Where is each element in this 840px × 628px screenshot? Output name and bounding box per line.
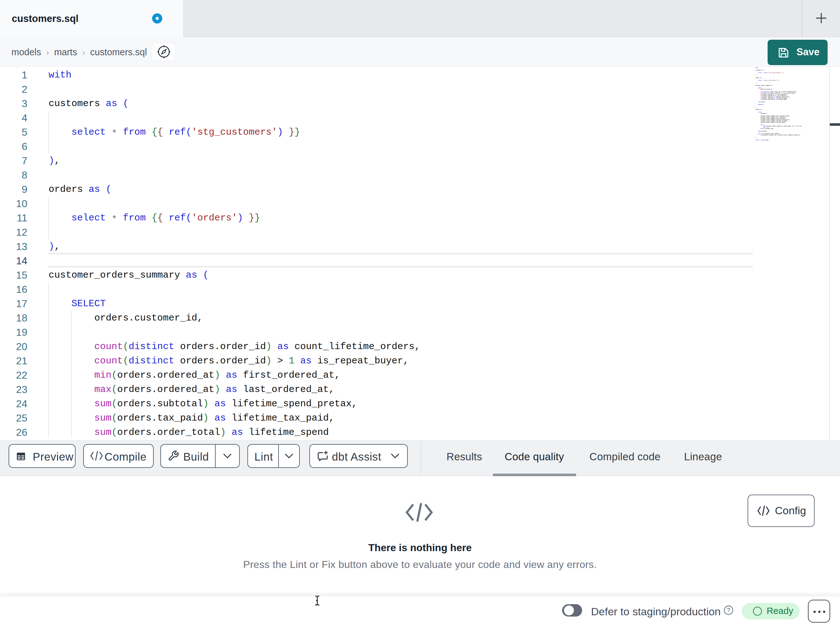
svg-text:?: ?	[727, 607, 730, 614]
